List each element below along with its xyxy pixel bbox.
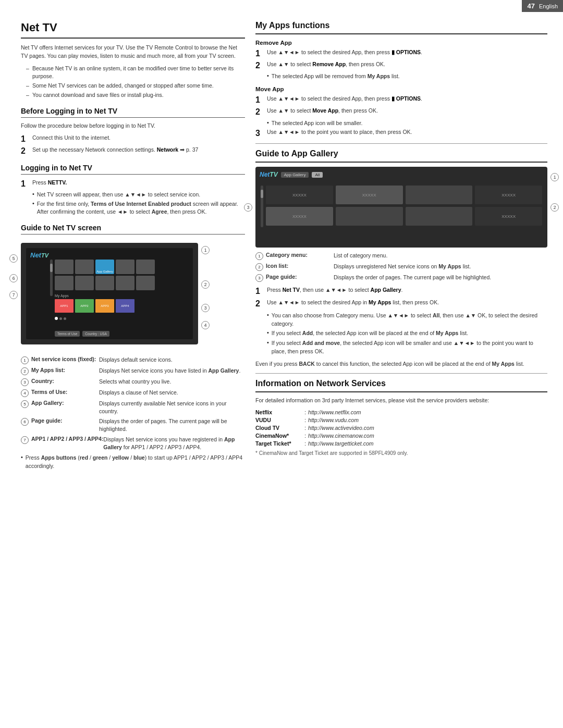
move-step-2: 2 Use ▲▼ to select Move App, then press … [255, 107, 547, 117]
callout-desc-7: 7 APP1 / APP2 / APP3 / APP4: Displays Ne… [21, 436, 245, 451]
my-apps-diag-label: My Apps [55, 294, 69, 298]
scroll-thumb [50, 264, 53, 272]
step-row-2: 2 Set up the necessary Network connectio… [21, 146, 245, 156]
icon-9 [116, 276, 134, 290]
left-column: Net TV Net TV offers Internet services f… [21, 21, 245, 472]
callout-3: 3 [201, 304, 210, 312]
ag-header: NetTV App Gallery All [260, 171, 543, 178]
divider-2 [255, 373, 547, 374]
ag-tab-all: All [312, 172, 323, 178]
ag-note-3: If you select Add and move, the selected… [267, 339, 547, 356]
icon-appgallery: App Gallery [95, 260, 114, 274]
before-logging-intro: Follow the procedure below before loggin… [21, 122, 245, 130]
app3: APP3 [95, 299, 114, 313]
remove-app-steps: 1 Use ▲▼◄► to select the desired App, th… [255, 48, 547, 81]
icon-6 [55, 276, 74, 290]
move-step-3: 3 Use ▲▼◄► to the point you want to plac… [255, 128, 547, 138]
ag-cell-7 [406, 207, 473, 226]
press-apps-note: Press Apps buttons (red / green / yellow… [21, 454, 245, 471]
bullet-1: Because Net TV is an online system, it c… [26, 65, 245, 81]
ag-even-if: Even if you press BACK to cancel this fu… [255, 360, 547, 368]
language-label: English [539, 3, 558, 9]
service-targetticket: Target Ticket* : http://www.targetticket… [255, 440, 547, 447]
dot-2 [64, 317, 66, 320]
app4: APP4 [116, 299, 134, 313]
move-bullet: The selected App icon will be smaller. [267, 119, 547, 128]
ag-step-1: 1 Press Net TV, then use ▲▼◄► to select … [255, 286, 547, 296]
callout-2: 2 [201, 280, 210, 289]
ag-cell-8: XXXXX [475, 207, 542, 226]
my-apps-icons: APP1 APP2 APP3 APP4 [55, 299, 134, 313]
ag-cell-1: XXXXX [266, 186, 333, 204]
info-network-intro: For detailed information on 3rd party In… [255, 397, 547, 405]
ag-scroll-thumb [261, 190, 263, 198]
callout-7: 7 [9, 291, 18, 299]
remove-step-2: 2 Use ▲▼ to select Remove App, then pres… [255, 60, 547, 70]
ag-scrollbar [261, 186, 263, 227]
logging-bullet-2: For the first time only, Terms of Use In… [32, 200, 245, 217]
ag-note-2: If you select Add, the selected App icon… [267, 329, 547, 338]
ag-tab-gallery: App Gallery [281, 172, 309, 178]
logging-step-content-1: Press NETTV. [32, 179, 245, 187]
service-netflix: Netflix : http://www.netflix.com [255, 409, 547, 415]
ag-step-2: 2 Use ▲▼◄► to select the desired App in … [255, 299, 547, 309]
logging-bullet-1: Net TV screen will appear, then use ▲▼◄►… [32, 191, 245, 199]
icon-8 [95, 276, 114, 290]
icon-7 [75, 276, 94, 290]
section-logging-in: Logging in to Net TV [21, 164, 245, 175]
ag-note-1: You can also choose from Category menu. … [267, 312, 547, 328]
service-vudu: VUDU : http://www.vudu.com [255, 417, 547, 423]
remove-step-1: 1 Use ▲▼◄► to select the desired App, th… [255, 48, 547, 58]
intro-bullets: Because Net TV is an online system, it c… [26, 65, 245, 100]
ag-callout-1: 1 [550, 173, 559, 181]
page-title: Net TV [21, 21, 245, 39]
app2: APP2 [75, 299, 94, 313]
bullet-3: You cannot download and save files or in… [26, 91, 245, 100]
ag-cell-6 [336, 207, 403, 226]
dot-active [55, 317, 58, 320]
section-guide-app-gallery: Guide to App Gallery [255, 149, 547, 163]
callout-desc-5: 5 App Gallery: Displays currently availa… [21, 400, 245, 415]
app-gallery-diagram-wrapper: NetTV App Gallery All XXXXX XXXXX XXXXX … [255, 167, 547, 248]
bottom-bar: Terms of Use Country : USA [55, 331, 189, 337]
callout-desc-3: 3 Country: Selects what country you live… [21, 378, 245, 386]
bullet-2: Some Net TV services can be added, chang… [26, 82, 245, 90]
callout-desc-6: 6 Page guide: Displays the order of page… [21, 417, 245, 433]
ag-callout-desc-1: 1 Category menu: List of category menu. [255, 252, 547, 260]
ag-callout-2: 2 [550, 203, 559, 212]
logging-in-steps: 1 Press NETTV. Net TV screen will appear… [21, 179, 245, 216]
divider-1 [255, 143, 547, 144]
icon-5 [136, 260, 155, 274]
icon-10 [136, 276, 155, 290]
info-footnote: * CinemaNow and Target Ticket are suppor… [255, 450, 547, 457]
ag-callout-list: 1 Category menu: List of category menu. … [255, 252, 547, 282]
section-before-logging: Before Logging in to Net TV [21, 107, 245, 118]
dot-1 [59, 317, 62, 320]
country-btn: Country : USA [82, 331, 109, 337]
ag-callout-desc-2: 2 Icon list: Displays unregistered Net s… [255, 263, 547, 271]
ag-cell-3 [406, 186, 473, 204]
sub-move-app: Move App [255, 86, 547, 92]
nettv-screen-diagram: NetTV App Gallery [21, 243, 198, 344]
before-logging-steps: 1 Connect this Unit to the internet. 2 S… [21, 134, 245, 156]
page-number: 47 [527, 2, 534, 10]
info-services-table: Netflix : http://www.netflix.com VUDU : … [255, 409, 547, 447]
intro-paragraph: Net TV offers Internet services for your… [21, 44, 245, 60]
ag-cell-4: XXXXX [475, 186, 542, 204]
page-guide-dots [55, 317, 66, 320]
remove-bullet: The selected App will be removed from My… [267, 72, 547, 81]
ag-steps: 1 Press Net TV, then use ▲▼◄► to select … [255, 286, 547, 308]
icon-2 [75, 260, 94, 274]
ag-callout-desc-3: 3 Page guide: Displays the order of page… [255, 274, 547, 282]
step-row-1: 1 Connect this Unit to the internet. [21, 134, 245, 144]
ag-cell-2: XXXXX [336, 186, 403, 204]
step-content-1: Connect this Unit to the internet. [32, 134, 245, 142]
service-cloudtv: Cloud TV : http://www.activevideo.com [255, 425, 547, 431]
callout-4: 4 [201, 321, 210, 329]
app1: APP1 [55, 299, 74, 313]
icon-grid-row2 [55, 276, 155, 290]
callout-1: 1 [201, 246, 210, 254]
section-info-network: Information on Network Services [255, 379, 547, 392]
ag-cell-5: XXXXX [266, 207, 333, 226]
app-gallery-diagram: NetTV App Gallery All XXXXX XXXXX XXXXX … [255, 167, 547, 248]
